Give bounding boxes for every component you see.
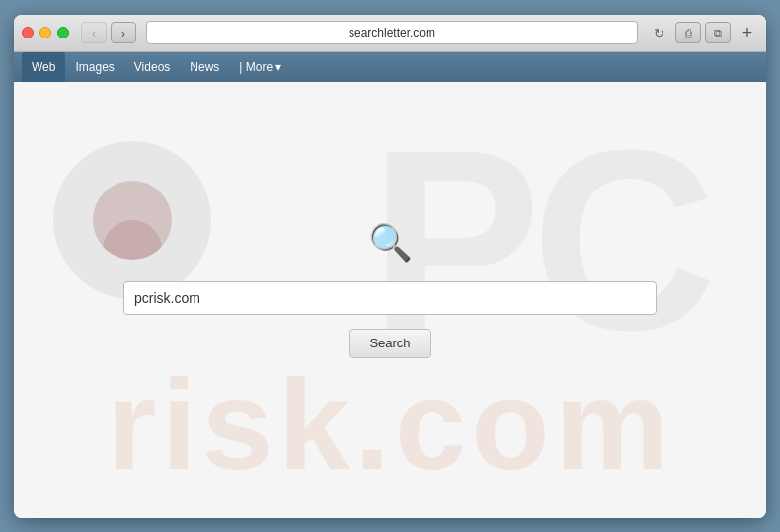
close-button[interactable] [22, 27, 34, 38]
toolbar-right: ⎙ ⧉ [675, 22, 731, 43]
browser-window: ‹ › searchletter.com ↻ ⎙ ⧉ + Web Images … [14, 15, 766, 518]
forward-button[interactable]: › [111, 22, 136, 43]
nav-item-images[interactable]: Images [65, 52, 123, 82]
search-input[interactable] [123, 281, 657, 315]
back-button[interactable]: ‹ [81, 22, 107, 43]
tabs-button[interactable]: ⧉ [705, 22, 731, 43]
address-bar[interactable]: searchletter.com [146, 21, 638, 44]
new-tab-button[interactable]: + [737, 22, 758, 43]
title-bar: ‹ › searchletter.com ↻ ⎙ ⧉ + [14, 15, 766, 52]
search-button[interactable]: Search [349, 329, 430, 358]
minimize-button[interactable] [39, 27, 51, 38]
reload-button[interactable]: ↻ [648, 22, 669, 43]
url-text: searchletter.com [155, 26, 629, 39]
share-button[interactable]: ⎙ [675, 22, 701, 43]
traffic-lights [22, 27, 69, 38]
maximize-button[interactable] [57, 27, 69, 38]
search-area: 🔍 Search [94, 222, 686, 358]
nav-item-more[interactable]: | More ▾ [229, 52, 291, 82]
nav-item-web[interactable]: Web [22, 52, 65, 82]
nav-bar: Web Images Videos News | More ▾ [14, 52, 766, 82]
nav-item-news[interactable]: News [180, 52, 229, 82]
nav-item-videos[interactable]: Videos [124, 52, 180, 82]
search-icon: 🔍 [368, 222, 413, 264]
page-content: PC risk.com 🔍 Search [14, 82, 766, 518]
watermark-risk-text: risk.com [14, 350, 766, 498]
nav-buttons: ‹ › [81, 22, 136, 43]
search-input-row [123, 281, 657, 315]
